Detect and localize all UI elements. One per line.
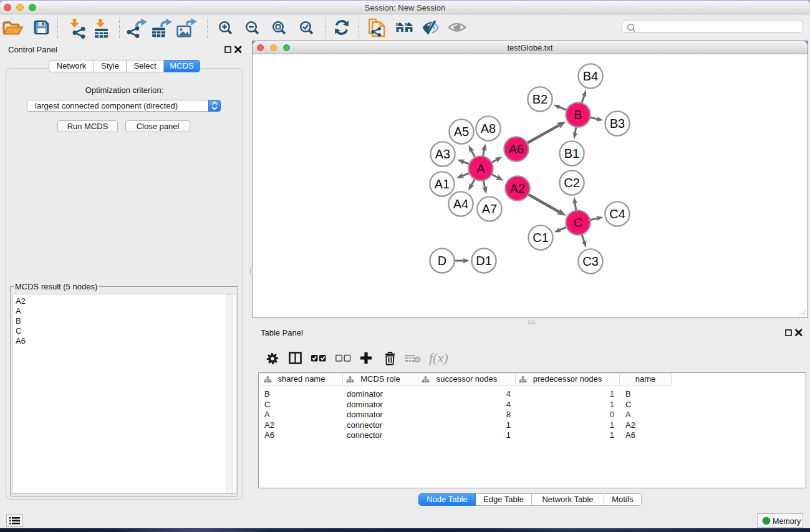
svg-text:C4: C4 [609,207,625,221]
svg-text:D1: D1 [476,254,492,268]
svg-text:B: B [574,108,582,122]
svg-text:f(x): f(x) [429,350,448,365]
svg-text:B1: B1 [564,147,579,160]
svg-text:A8: A8 [481,122,496,135]
svg-text:A: A [476,162,485,175]
svg-text:A3: A3 [435,147,450,161]
svg-text:A7: A7 [482,202,497,216]
svg-text:C1: C1 [533,231,549,244]
svg-text:C3: C3 [582,254,599,268]
svg-text:C: C [574,216,582,230]
svg-text:C2: C2 [564,176,580,190]
svg-text:D: D [438,254,446,268]
svg-text:B2: B2 [533,92,547,106]
svg-text:A1: A1 [435,177,450,191]
svg-text:B3: B3 [610,117,625,130]
svg-text:A2: A2 [510,181,525,195]
svg-text:A5: A5 [454,125,469,138]
svg-text:A4: A4 [453,197,468,211]
svg-text:A6: A6 [509,142,524,156]
svg-text:B4: B4 [583,69,598,83]
